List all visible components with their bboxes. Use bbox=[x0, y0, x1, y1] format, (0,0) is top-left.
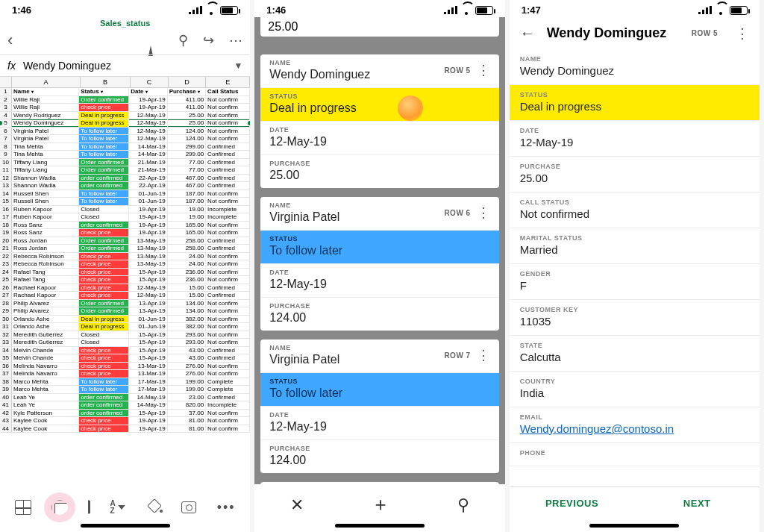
cell-purchase[interactable]: 77.00 bbox=[168, 159, 206, 166]
cell-purchase[interactable]: 23.00 bbox=[168, 394, 206, 401]
table-row[interactable]: 42Kyle Pattersonorder confirmed15-Apr-19… bbox=[0, 410, 250, 418]
row-number[interactable]: 26 bbox=[0, 284, 12, 292]
cell-status[interactable]: order confirmed bbox=[79, 182, 129, 190]
cell-purchase[interactable]: 24.00 bbox=[168, 253, 206, 260]
row-number[interactable]: 39 bbox=[0, 386, 12, 393]
row-number[interactable]: 2 bbox=[0, 96, 12, 104]
row-number[interactable]: 21 bbox=[0, 245, 12, 252]
col-header[interactable]: A bbox=[12, 77, 81, 87]
cell-date[interactable]: 01-Jun-19 bbox=[129, 190, 167, 198]
row-number[interactable]: 11 bbox=[0, 166, 12, 174]
table-row[interactable]: 6Virginia PatelTo follow later12-May-191… bbox=[0, 128, 250, 136]
card-date-row[interactable]: DATE12-May-19 bbox=[260, 122, 498, 155]
card-overflow-icon[interactable]: ⋮ bbox=[477, 209, 490, 216]
cell-name[interactable]: Kaylee Cook bbox=[12, 417, 79, 425]
row-number[interactable]: 7 bbox=[0, 135, 12, 143]
row-number[interactable]: 16 bbox=[0, 206, 12, 213]
cell-date[interactable]: 15-Apr-19 bbox=[129, 354, 167, 362]
cell-name[interactable]: Ross Sanz bbox=[12, 229, 79, 237]
cell-status[interactable]: To follow later bbox=[79, 135, 129, 143]
cell-name[interactable]: Melinda Navarro bbox=[12, 370, 79, 378]
sort-filter-icon[interactable]: AZ bbox=[110, 500, 128, 515]
table-row[interactable]: 23Rebecca Robinsoncheck price13-May-1924… bbox=[0, 260, 250, 269]
detail-field[interactable]: CALL STATUSNot confirmed bbox=[510, 193, 760, 228]
cell-name[interactable]: Rachael Kapoor bbox=[12, 284, 79, 292]
row-number[interactable]: 40 bbox=[0, 394, 12, 401]
cell-name[interactable]: Melvin Chande bbox=[12, 347, 79, 354]
cell-date[interactable]: 14-Mar-19 bbox=[129, 143, 167, 151]
cell-date[interactable]: 13-Mar-19 bbox=[129, 370, 167, 378]
cell-date[interactable]: 12-May-19 bbox=[129, 292, 167, 299]
cell-purchase[interactable]: 134.00 bbox=[168, 307, 206, 315]
cell-date[interactable]: 15-Apr-19 bbox=[129, 410, 167, 417]
cell-callstatus[interactable]: Not confirm bbox=[206, 331, 250, 339]
table-row[interactable]: 13Shannon Wadiaorder confirmed22-Apr-194… bbox=[0, 182, 250, 190]
cell-purchase[interactable]: 258.00 bbox=[168, 245, 206, 252]
table-row[interactable]: 17Ruben KapoorClosed19-Apr-1919.00Incomp… bbox=[0, 213, 250, 222]
row-number[interactable]: 4 bbox=[0, 112, 12, 119]
record-card[interactable]: NAMEVirginia PatelROW 6⋮STATUSTo follow … bbox=[260, 197, 498, 331]
detail-field[interactable]: DATE12-May-19 bbox=[510, 121, 760, 157]
previous-button[interactable]: PREVIOUS bbox=[510, 487, 635, 519]
table-row[interactable]: 32Meredith GutierrezClosed15-Apr-19293.0… bbox=[0, 331, 250, 339]
expand-formula-icon[interactable]: ▼ bbox=[234, 60, 242, 71]
row-number[interactable]: 10 bbox=[0, 159, 12, 166]
cell-status[interactable]: Deal in progress bbox=[79, 316, 129, 323]
cell-name[interactable]: Shannon Wadia bbox=[12, 182, 79, 190]
cell-status[interactable]: Closed bbox=[79, 331, 129, 339]
cell-callstatus[interactable]: Confirmed bbox=[206, 166, 250, 174]
cell-name[interactable]: Melvin Chande bbox=[12, 354, 79, 362]
cell-purchase[interactable]: 15.00 bbox=[168, 292, 206, 299]
cell-purchase[interactable]: 382.00 bbox=[168, 316, 206, 323]
cell-name[interactable]: Rafael Tang bbox=[12, 276, 79, 284]
row-number[interactable]: 14 bbox=[0, 190, 12, 198]
next-button[interactable]: NEXT bbox=[634, 487, 760, 519]
cell-purchase[interactable]: 293.00 bbox=[168, 339, 206, 346]
row-number[interactable]: 29 bbox=[0, 307, 12, 315]
search-button[interactable]: ⚲ bbox=[457, 495, 469, 515]
cell-name[interactable]: Philip Alvarez bbox=[12, 300, 79, 307]
cell-name[interactable]: Willie Raji bbox=[12, 104, 79, 111]
cell-callstatus[interactable]: Not confirm bbox=[206, 339, 250, 346]
cell-name[interactable]: Marco Mehta bbox=[12, 386, 79, 393]
cell-name[interactable]: Willie Raji bbox=[12, 96, 79, 104]
overflow-icon[interactable]: ⋮ bbox=[736, 30, 749, 37]
table-row[interactable]: 40Leah Yeorder confirmed14-May-1923.00Co… bbox=[0, 394, 250, 402]
row-number[interactable]: 32 bbox=[0, 331, 12, 339]
cell-callstatus[interactable]: Confirmed bbox=[206, 354, 250, 362]
cell-callstatus[interactable]: Incomplete bbox=[206, 206, 250, 213]
table-row[interactable]: 25Rafael Tangcheck price15-Apr-19236.00N… bbox=[0, 276, 250, 284]
row-number[interactable]: 42 bbox=[0, 410, 12, 417]
col-header[interactable]: D bbox=[169, 77, 207, 87]
row-number[interactable]: 33 bbox=[0, 339, 12, 346]
cell-status[interactable]: check price bbox=[79, 370, 129, 378]
table-row[interactable]: 14Russell ShenTo follow later01-Jun-1918… bbox=[0, 190, 250, 198]
cell-purchase[interactable]: 299.00 bbox=[168, 151, 206, 158]
cell-name[interactable]: Rebecca Robinson bbox=[12, 260, 79, 268]
cell-name[interactable]: Orlando Ashe bbox=[12, 323, 79, 331]
cell-callstatus[interactable]: Confirmed bbox=[206, 182, 250, 190]
cell-callstatus[interactable]: Confirmed bbox=[206, 394, 250, 401]
cell-status[interactable]: order confirmed bbox=[79, 175, 129, 182]
sheet-view-icon[interactable] bbox=[15, 500, 31, 515]
fill-color-icon[interactable] bbox=[148, 501, 161, 514]
cell-purchase[interactable]: 81.00 bbox=[168, 425, 206, 433]
cell-purchase[interactable]: 81.00 bbox=[168, 417, 206, 425]
cell-status[interactable]: check price bbox=[79, 269, 129, 276]
cell-callstatus[interactable]: Not confirm bbox=[206, 229, 250, 237]
cell-callstatus[interactable]: Not confirm bbox=[206, 300, 250, 307]
row-number[interactable]: 35 bbox=[0, 354, 12, 362]
cell-purchase[interactable]: 124.00 bbox=[168, 128, 206, 135]
row-number[interactable]: 5 bbox=[0, 119, 12, 127]
cell-status[interactable]: check price bbox=[79, 363, 129, 370]
search-icon[interactable]: ⚲ bbox=[178, 32, 188, 48]
table-row[interactable]: 21Ross JordanOrder confirmed13-May-19258… bbox=[0, 245, 250, 253]
detail-field[interactable]: NAMEWendy Dominguez bbox=[510, 49, 760, 85]
table-row[interactable]: 20Ross JordanOrder confirmed13-May-19258… bbox=[0, 237, 250, 245]
row-number[interactable]: 12 bbox=[0, 175, 12, 182]
cell-date[interactable]: 12-May-19 bbox=[129, 112, 167, 119]
previous-card-peek[interactable]: 25.00 bbox=[260, 17, 498, 37]
table-row[interactable]: 30Orlando AsheDeal in progress01-Jun-193… bbox=[0, 316, 250, 324]
cell-status[interactable]: order confirmed bbox=[79, 222, 129, 229]
cell-name[interactable]: Tina Mehta bbox=[12, 143, 79, 151]
